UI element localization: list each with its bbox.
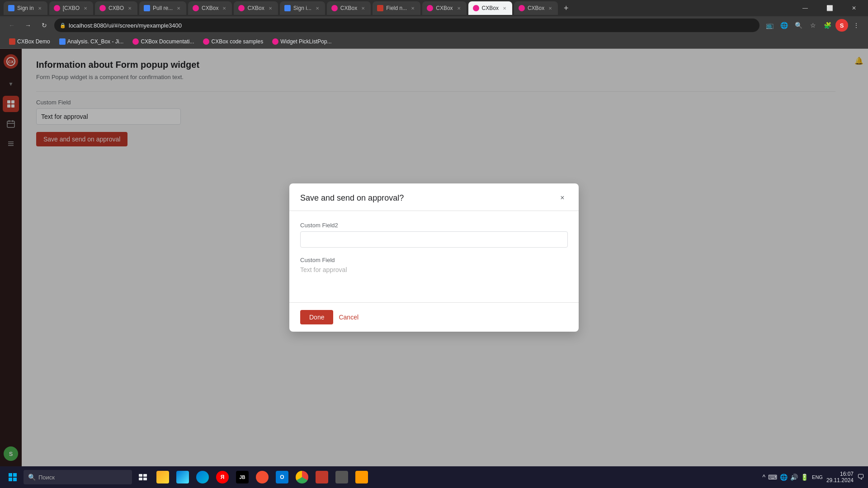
refresh-button[interactable]: ↻ [38, 19, 51, 32]
back-button[interactable]: ← [5, 19, 18, 32]
network-icon[interactable]: 🌐 [780, 474, 788, 481]
taskbar-git[interactable] [253, 468, 271, 486]
volume-icon[interactable]: 🔊 [790, 474, 798, 481]
taskbar-store[interactable] [174, 468, 192, 486]
modal-field2-input[interactable] [300, 231, 568, 248]
bookmark-icon-4 [203, 38, 209, 45]
cancel-button[interactable]: Cancel [339, 314, 359, 321]
tab-close-3[interactable]: ✕ [127, 5, 133, 11]
tab-favicon-4 [144, 5, 150, 11]
taskbar-explorer[interactable] [154, 468, 172, 486]
tab-close-5[interactable]: ✕ [221, 5, 227, 11]
bookmark-icon-5 [272, 38, 278, 45]
navigation-bar: ← → ↻ 🔒 localhost:8080/ui/#/screen/myexa… [0, 16, 868, 34]
taskbar-red-app[interactable] [313, 468, 331, 486]
modal-header: Save and send on approval? × [289, 183, 579, 211]
modal-close-button[interactable]: × [557, 192, 568, 203]
tab-close-7[interactable]: ✕ [314, 5, 321, 11]
bookmark-analysis[interactable]: Analysis. CX_Box - Ji... [56, 37, 127, 47]
tab-close-12[interactable]: ✕ [547, 5, 553, 11]
tab-close-6[interactable]: ✕ [267, 5, 274, 11]
tab-label-6: CXBox [247, 5, 264, 11]
tab-favicon-5 [193, 5, 199, 11]
translate-button[interactable]: 🌐 [778, 19, 790, 32]
lock-icon: 🔒 [60, 23, 66, 28]
tab-10[interactable]: CXBox ✕ [422, 1, 466, 15]
camera-icon [335, 471, 348, 483]
bookmark-widget[interactable]: Widget PickListPop... [269, 37, 335, 47]
window-controls: — ⬜ ✕ [795, 1, 864, 15]
tab-8[interactable]: CXBox ✕ [327, 1, 371, 15]
tab-9[interactable]: Field n... ✕ [373, 1, 420, 15]
bookmark-label-1: CXBox Demo [17, 38, 50, 45]
tab-1[interactable]: Sign in ✕ [4, 1, 47, 15]
tab-label-7: Sign i... [293, 5, 311, 11]
taskbar-outlook[interactable]: O [273, 468, 291, 486]
bookmark-label-5: Widget PickListPop... [280, 38, 331, 45]
minimize-button[interactable]: — [795, 1, 816, 15]
bookmark-label-3: CXBox Documentati... [141, 38, 194, 45]
tab-label-9: Field n... [386, 5, 407, 11]
tab-favicon-8 [331, 5, 338, 11]
tab-11[interactable]: CXBox ✕ [468, 1, 512, 15]
address-bar[interactable]: 🔒 localhost:8080/ui/#/screen/myexample34… [54, 19, 760, 32]
tab-label-11: CXBox [482, 5, 499, 11]
tab-12[interactable]: CXBox ✕ [514, 1, 558, 15]
taskbar-edge[interactable] [193, 468, 212, 486]
bookmark-icon-1 [9, 38, 15, 45]
vlc-icon [355, 471, 368, 483]
tray-up-arrow[interactable]: ^ [763, 474, 766, 481]
extensions-button[interactable]: 🧩 [821, 19, 834, 32]
nav-actions: 📺 🌐 🔍 ☆ 🧩 S ⋮ [763, 19, 863, 32]
profile-button[interactable]: S [835, 19, 848, 32]
forward-button[interactable]: → [22, 19, 34, 32]
title-bar: Sign in ✕ [CXBO ✕ CXBO ✕ Pull re... ✕ CX… [0, 0, 868, 16]
close-button[interactable]: ✕ [844, 1, 864, 15]
bookmark-code[interactable]: CXBox code samples [199, 37, 267, 47]
modal-footer: Done Cancel [289, 302, 579, 332]
language-indicator: ENG [812, 474, 823, 480]
tab-favicon-10 [427, 5, 433, 11]
taskbar-time-date[interactable]: 16:07 29.11.2024 [826, 471, 854, 483]
tab-label-12: CXBox [528, 5, 544, 11]
main-content: CX ▼ S Information about Form popup widg… [0, 49, 868, 466]
tab-close-8[interactable]: ✕ [360, 5, 366, 11]
start-button[interactable] [4, 468, 22, 486]
taskbar-camera[interactable] [333, 468, 351, 486]
tab-3[interactable]: CXBO ✕ [95, 1, 137, 15]
tab-label-3: CXBO [108, 5, 124, 11]
taskbar-taskview[interactable] [134, 468, 152, 486]
tab-4[interactable]: Pull re... ✕ [139, 1, 186, 15]
taskbar-vlc[interactable] [353, 468, 371, 486]
taskbar-search[interactable]: 🔍 Поиск [24, 470, 132, 484]
tab-7[interactable]: Sign i... ✕ [280, 1, 325, 15]
tab-close-4[interactable]: ✕ [175, 5, 182, 11]
cast-button[interactable]: 📺 [763, 19, 776, 32]
svg-rect-14 [13, 473, 17, 477]
tab-close-2[interactable]: ✕ [82, 5, 89, 11]
zoom-button[interactable]: 🔍 [792, 19, 805, 32]
tab-5[interactable]: CXBox ✕ [188, 1, 232, 15]
notifications-button[interactable]: 🗨 [857, 473, 864, 481]
tab-close-9[interactable]: ✕ [410, 5, 416, 11]
tab-favicon-2 [54, 5, 60, 11]
bookmark-cxbox-demo[interactable]: CXBox Demo [5, 37, 54, 47]
chrome-icon [296, 471, 308, 483]
maximize-button[interactable]: ⬜ [819, 1, 840, 15]
tab-close-10[interactable]: ✕ [456, 5, 462, 11]
yandex-icon: Я [216, 471, 229, 483]
modal-field1-label: Custom Field [300, 257, 568, 263]
taskbar-jetbrains[interactable]: JB [233, 468, 251, 486]
outlook-icon: O [276, 471, 288, 483]
bookmark-docs[interactable]: CXBox Documentati... [129, 37, 198, 47]
bookmark-button[interactable]: ☆ [807, 19, 819, 32]
tab-close-1[interactable]: ✕ [37, 5, 43, 11]
tab-close-11[interactable]: ✕ [501, 5, 508, 11]
taskbar-yandex[interactable]: Я [213, 468, 231, 486]
taskbar-chrome[interactable] [293, 468, 311, 486]
done-button[interactable]: Done [300, 310, 333, 324]
menu-button[interactable]: ⋮ [850, 19, 863, 32]
tab-6[interactable]: CXBox ✕ [234, 1, 278, 15]
new-tab-button[interactable]: + [560, 2, 572, 14]
tab-2[interactable]: [CXBO ✕ [49, 1, 93, 15]
